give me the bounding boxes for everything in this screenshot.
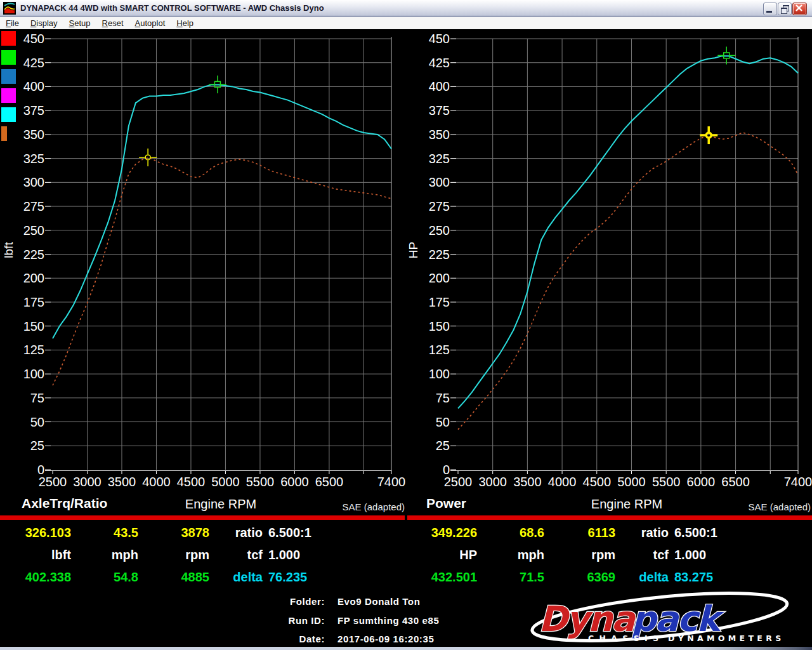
right-chart-title: Power	[426, 496, 466, 511]
y-tick-label: 150	[23, 319, 44, 333]
y-tick-label: 100	[429, 367, 450, 381]
y-tick-label: 450	[23, 32, 44, 46]
series-reference-power	[458, 133, 798, 430]
x-tick-label: 5500	[246, 475, 275, 489]
y-tick-label: 75	[30, 391, 44, 405]
legend-swatch-red[interactable]	[1, 31, 16, 46]
power-readout-panel: 349.226 68.6 6113 ratio 6.500:1 HP mph r…	[406, 522, 812, 588]
x-tick-label: 6500	[315, 475, 344, 489]
run-id-label: Run ID:	[0, 615, 325, 626]
menu-item-autoplot[interactable]: Autoplot	[129, 18, 171, 28]
ratio-label: ratio	[209, 526, 263, 540]
x-tick-label: 3000	[478, 475, 507, 489]
window-bottom-border	[0, 647, 812, 650]
y-tick-label: 275	[429, 199, 450, 213]
rpm-unit: rpm	[138, 548, 209, 562]
y-tick-label: 100	[23, 367, 44, 381]
close-icon	[793, 3, 805, 13]
right-xaxis-label: Engine RPM	[563, 497, 690, 512]
speed-unit: mph	[477, 548, 544, 562]
x-tick-label: 3000	[73, 475, 102, 489]
y-tick-label: 175	[23, 295, 44, 309]
y-tick-label: 50	[436, 415, 450, 429]
app-icon	[3, 2, 16, 15]
tcf-value: 1.000	[263, 548, 406, 562]
logo-sub1: C H A S S I S	[588, 633, 660, 643]
y-tick-label: 125	[429, 343, 450, 357]
dynapack-logo: Dyna pack C H A S S I S D Y N A M O M E …	[523, 590, 802, 649]
y-tick-label: 425	[23, 56, 44, 70]
y-tick-label: 50	[30, 415, 44, 429]
speed-ref-value: 43.5	[71, 526, 138, 540]
y-tick-label: 225	[429, 248, 450, 262]
y-tick-label: 75	[436, 391, 450, 405]
x-tick-label: 3500	[513, 475, 542, 489]
menu-item-display[interactable]: Display	[25, 18, 63, 28]
x-tick-label: 7400	[377, 475, 406, 489]
legend-swatch-magenta[interactable]	[1, 88, 16, 103]
legend-swatch-cyan[interactable]	[1, 107, 16, 122]
y-tick-label: 150	[429, 319, 450, 333]
legend-swatch-green[interactable]	[1, 50, 16, 65]
title-bar[interactable]: DYNAPACK 44 4WD with SMART CONTROL SOFTW…	[0, 0, 812, 17]
restore-button[interactable]	[778, 3, 792, 15]
x-tick-label: 5000	[211, 475, 240, 489]
y-tick-label: 375	[429, 103, 450, 117]
y-tick-label: 450	[429, 32, 450, 46]
delta-label: delta	[209, 570, 263, 585]
folder-label: Folder:	[0, 596, 325, 607]
legend-swatch-orange[interactable]	[1, 126, 7, 141]
y-tick-label: 275	[23, 199, 44, 213]
left-xaxis-label: Engine RPM	[157, 497, 284, 512]
legend-swatch-blue[interactable]	[1, 69, 16, 84]
rpm-ref-value: 6113	[544, 526, 615, 540]
x-tick-label: 6000	[280, 475, 309, 489]
logo-sub2: D Y N A M O M E T E R S	[668, 633, 782, 643]
y-tick-label: 225	[23, 248, 44, 262]
minimize-button[interactable]	[763, 3, 777, 15]
left-chart-title: AxleTrq/Ratio	[22, 496, 107, 511]
speed-unit: mph	[71, 548, 138, 562]
close-button[interactable]	[792, 3, 807, 15]
y-tick-label: 200	[23, 271, 44, 285]
app-window: 0255075100125150175200225250275300325350…	[0, 0, 812, 650]
speed-cur-value: 71.5	[477, 570, 544, 585]
menu-item-setup[interactable]: Setup	[63, 18, 96, 28]
x-tick-label: 3500	[108, 475, 136, 489]
marker-reference-torque	[145, 155, 150, 160]
date-row: Date: 2017-06-09 16:20:35	[0, 633, 571, 644]
x-tick-label: 4500	[583, 475, 612, 489]
y-tick-label: 350	[23, 128, 44, 142]
menu-item-file[interactable]: File	[0, 18, 25, 28]
y-tick-label: 25	[30, 439, 44, 453]
power-cur-value: 432.501	[406, 570, 477, 585]
tcf-label: tcf	[209, 548, 263, 562]
menu-item-help[interactable]: Help	[171, 18, 199, 28]
tcf-label: tcf	[615, 548, 669, 562]
tcf-value: 1.000	[669, 548, 812, 562]
rpm-cur-value: 6369	[544, 570, 615, 585]
x-tick-label: 4000	[142, 475, 171, 489]
y-tick-label: 300	[429, 175, 450, 189]
marker-reference-power	[706, 133, 711, 138]
x-tick-label: 4500	[177, 475, 206, 489]
y-tick-label: 125	[23, 343, 44, 357]
left-sae-note: SAE (adapted)	[343, 501, 405, 512]
window-title: DYNAPACK 44 4WD with SMART CONTROL SOFTW…	[20, 3, 324, 13]
power-ref-value: 349.226	[406, 526, 477, 540]
series-current-power	[458, 56, 798, 408]
y-tick-label: 400	[23, 79, 44, 93]
rpm-ref-value: 3878	[138, 526, 209, 540]
delta-value: 83.275	[669, 570, 812, 585]
y-tick-label: 425	[429, 56, 450, 70]
y-tick-label: 250	[23, 223, 44, 237]
rpm-cur-value: 4885	[138, 570, 209, 585]
run-id-row: Run ID: FP sumthing 430 e85	[0, 615, 571, 626]
ratio-value: 6.500:1	[669, 526, 812, 540]
x-tick-label: 4000	[548, 475, 577, 489]
y-tick-label: 175	[429, 295, 450, 309]
ratio-label: ratio	[615, 526, 669, 540]
separator-bar-right	[407, 515, 812, 520]
menu-item-reset[interactable]: Reset	[96, 18, 129, 28]
x-tick-label: 6500	[721, 475, 750, 489]
